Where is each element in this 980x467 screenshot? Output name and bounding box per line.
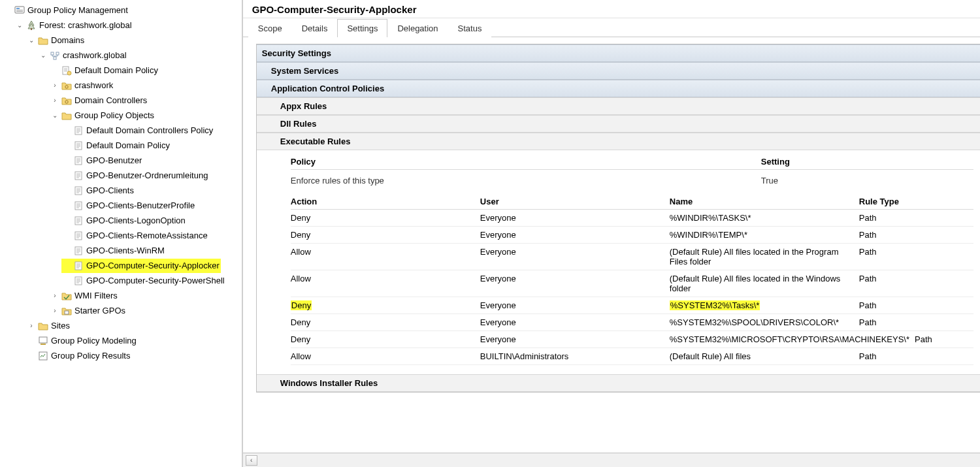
tree-default-domain-policy[interactable]: ▶Default Domain Policy [50, 63, 159, 78]
toggle-icon[interactable]: › [27, 322, 35, 330]
tree-gpo-container[interactable]: ⌄ Group Policy Objects [50, 108, 155, 123]
section-system-services[interactable]: System Services [257, 62, 980, 80]
tree-gp-results[interactable]: ▶Group Policy Results [26, 349, 131, 363]
tab-scope[interactable]: Scope [248, 19, 292, 37]
gpo-icon [73, 125, 84, 136]
toggle-icon[interactable]: › [51, 82, 59, 89]
tree-gpo-clients-ra[interactable]: ▶GPO-Clients-RemoteAssistance [61, 229, 209, 243]
table-row[interactable]: DenyEveryone%WINDIR%\TEMP\*Path [291, 227, 973, 244]
table-cell: %WINDIR%\TEMP\* [670, 230, 859, 240]
tree-gpo-clients-lo[interactable]: ▶GPO-Clients-LogonOption [61, 214, 187, 228]
toggle-icon[interactable]: ⌄ [39, 52, 47, 59]
table-cell: %SYSTEM32%\MICROSOFT\CRYPTO\RSA\MACHINEK… [670, 334, 915, 344]
table-cell: (Default Rule) All files [670, 351, 859, 361]
svg-rect-24 [75, 277, 82, 285]
table-cell: Allow [291, 351, 480, 361]
scroll-left-icon[interactable]: ‹ [246, 455, 257, 466]
svg-rect-7 [51, 52, 54, 55]
tree-wmi-filters[interactable]: ›WMI Filters [50, 289, 119, 303]
tree-gpo-clients[interactable]: ▶GPO-Clients [61, 184, 135, 198]
page-title: GPO-Computer-Security-Applocker [243, 0, 980, 18]
table-cell: BUILTIN\Administrators [480, 351, 670, 361]
section-security-settings[interactable]: Security Settings [257, 44, 980, 62]
svg-rect-27 [41, 344, 46, 345]
settings-report[interactable]: Security Settings System Services Applic… [243, 37, 980, 453]
svg-rect-6 [31, 28, 32, 30]
horizontal-scrollbar[interactable]: ‹ [243, 453, 980, 467]
section-dll-rules[interactable]: Dll Rules [257, 115, 980, 133]
table-row[interactable]: DenyEveryone%SYSTEM32%\SPOOL\DRIVERS\COL… [291, 314, 973, 331]
col-name-header: Name [670, 197, 859, 206]
tree-starter-gpos[interactable]: ›Starter GPOs [50, 304, 127, 318]
tree-forest[interactable]: ⌄ Forest: crashwork.global [14, 18, 133, 33]
table-cell: Everyone [480, 230, 670, 240]
toggle-icon[interactable]: › [51, 97, 59, 105]
tree-ou-crashwork[interactable]: ›crashwork [50, 78, 114, 93]
tab-bar: Scope Details Settings Delegation Status [243, 18, 980, 37]
tab-status[interactable]: Status [448, 19, 492, 37]
table-cell: Allow [291, 247, 480, 266]
svg-rect-19 [75, 202, 82, 210]
svg-rect-16 [75, 157, 82, 165]
section-appx-rules[interactable]: Appx Rules [257, 97, 980, 115]
tree-gpo-ddcp[interactable]: ▶Default Domain Controllers Policy [61, 123, 214, 138]
section-exe-rules[interactable]: Executable Rules [257, 133, 980, 150]
toggle-icon[interactable]: ⌄ [27, 37, 35, 44]
toggle-icon[interactable]: ⌄ [16, 22, 24, 29]
toggle-icon[interactable]: › [51, 307, 59, 315]
tree-gpo-ddp[interactable]: ▶Default Domain Policy [61, 138, 171, 153]
table-row[interactable]: DenyEveryone%SYSTEM32%\MICROSOFT\CRYPTO\… [291, 331, 973, 348]
tree-domain[interactable]: ⌄ crashwork.global [38, 48, 128, 63]
tab-delegation[interactable]: Delegation [387, 19, 448, 37]
table-cell: Allow [291, 274, 480, 293]
tree-root[interactable]: ▶ Group Policy Management [3, 3, 129, 18]
enforce-policy-value: True [761, 174, 973, 187]
toggle-icon[interactable]: ⌄ [51, 112, 59, 120]
svg-rect-22 [75, 247, 82, 255]
table-row[interactable]: AllowEveryone(Default Rule) All files lo… [291, 244, 973, 270]
tree-gpo-sec-applocker[interactable]: ▶GPO-Computer-Security-Applocker [61, 259, 221, 273]
table-cell: Path [859, 300, 918, 310]
tree-gpo-clients-wrm[interactable]: ▶GPO-Clients-WinRM [61, 244, 166, 258]
starter-gpo-icon [61, 306, 72, 316]
tree-gpo-clients-bp[interactable]: ▶GPO-Clients-BenutzerProfile [61, 199, 196, 213]
section-app-control[interactable]: Application Control Policies [257, 80, 980, 97]
gpo-icon [73, 185, 84, 196]
table-row[interactable]: DenyEveryone%WINDIR%\TASKS\*Path [291, 210, 973, 227]
table-cell: Deny [291, 317, 480, 327]
svg-rect-20 [75, 217, 82, 225]
results-icon [38, 351, 48, 361]
svg-rect-8 [56, 52, 59, 55]
table-cell: Path [859, 230, 918, 240]
gpo-icon [73, 140, 84, 151]
gpo-icon [73, 155, 84, 166]
tree-sites[interactable]: ›Sites [26, 319, 71, 333]
svg-rect-28 [39, 352, 47, 360]
section-win-installer[interactable]: Windows Installer Rules [257, 374, 980, 392]
forest-icon [26, 20, 37, 31]
gpo-link-icon [61, 65, 72, 76]
gpo-icon [73, 170, 84, 181]
tree-gpo-sec-ps[interactable]: ▶GPO-Computer-Security-PowerShell [61, 274, 226, 288]
svg-rect-25 [65, 311, 69, 314]
table-row[interactable]: AllowEveryone(Default Rule) All files lo… [291, 270, 973, 297]
table-row[interactable]: DenyEveryone%SYSTEM32%\Tasks\*Path [291, 297, 973, 314]
tree-gpo-benutzer-ou[interactable]: ▶GPO-Benutzer-Ordnerumleitung [61, 169, 209, 183]
tree-gp-modeling[interactable]: ▶Group Policy Modeling [26, 334, 138, 348]
toggle-icon[interactable]: › [51, 292, 59, 300]
svg-rect-21 [75, 232, 82, 240]
table-cell: Everyone [480, 300, 670, 310]
table-cell: (Default Rule) All files located in the … [670, 274, 859, 293]
tree-ou-dc[interactable]: ›Domain Controllers [50, 93, 148, 108]
table-row[interactable]: AllowBUILTIN\Administrators(Default Rule… [291, 348, 973, 365]
tab-details[interactable]: Details [292, 19, 338, 37]
folder-icon [61, 110, 72, 121]
tree-forest-label: Forest: crashwork.global [39, 18, 132, 33]
tab-settings[interactable]: Settings [337, 19, 387, 37]
col-ruletype-header: Rule Type [859, 197, 918, 206]
table-cell: Everyone [480, 334, 670, 344]
table-cell: Deny [291, 230, 480, 240]
tree-gpo-benutzer[interactable]: ▶GPO-Benutzer [61, 153, 143, 168]
modeling-icon [38, 336, 48, 346]
tree-domains[interactable]: ⌄ Domains [26, 33, 86, 48]
